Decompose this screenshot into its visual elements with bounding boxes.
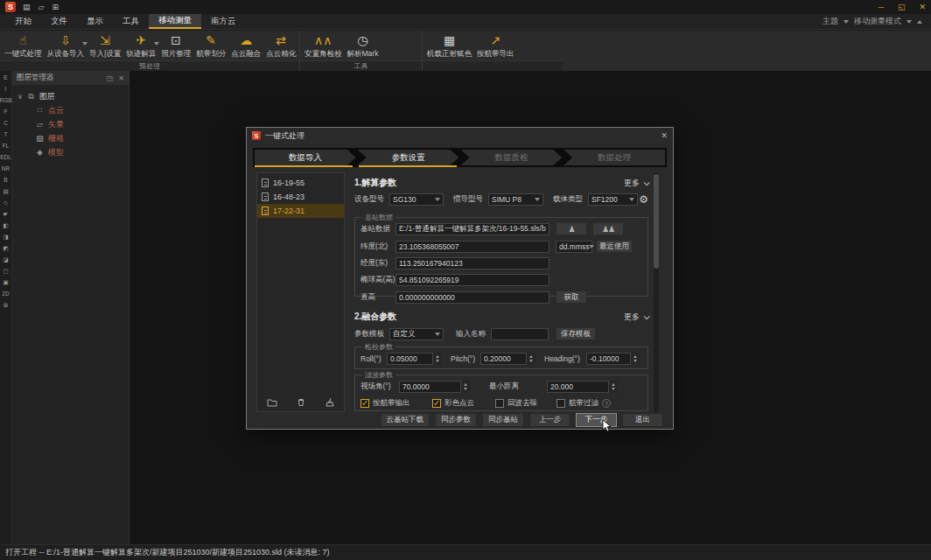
roll-input[interactable] [387,353,432,365]
checkbox-echo-denoise[interactable]: 回波去噪 [495,398,556,409]
pitch-input[interactable] [480,353,526,365]
ribbon-parse-mark[interactable]: ◷ 解析Mark [345,32,382,60]
view-2d-icon[interactable]: 2D [2,290,9,297]
collapse-ribbon-icon[interactable] [917,20,922,24]
side-tool-icon[interactable]: T [4,131,8,137]
ribbon-boresight-calibration[interactable]: ∧∧ 安置角检校 [302,32,345,60]
theme-selector[interactable]: 主题 [822,16,838,27]
fov-stepper[interactable] [399,381,470,393]
ribbon-export-by-strip[interactable]: ↗ 按航带导出 [474,32,517,60]
ribbon-one-click-process[interactable]: ☝ 一键式处理 [2,32,45,60]
ribbon-trajectory-solve[interactable]: ✈ 轨迹解算 [123,32,158,60]
side-tool-icon[interactable]: ◇ [4,200,8,206]
checkbox-icon[interactable] [360,399,369,408]
latitude-input[interactable] [396,241,550,253]
step-data-process[interactable]: 数据处理 [564,150,665,165]
file-list-item[interactable]: 16-19-55 [257,176,344,190]
file-list-item[interactable]: 16-48-23 [257,190,344,204]
step-data-qc[interactable]: 数据质检 [461,150,563,165]
ribbon-pointcloud-fusion[interactable]: ☁ 点云融合 [228,32,263,60]
checkbox-output-by-strip[interactable]: 按航带输出 [360,398,432,409]
min-distance-stepper[interactable] [547,381,618,393]
open-icon[interactable]: ▱ [38,3,45,11]
spinner-icon[interactable] [460,381,470,393]
checkbox-icon[interactable] [495,399,504,408]
expander-icon[interactable]: ∨ [18,93,23,101]
layer-tree-root[interactable]: ∨ ⧉ 图层 [18,89,129,103]
exit-button[interactable]: 退出 [622,413,663,427]
side-tool-icon[interactable]: ▤ [3,188,8,194]
dialog-close-button[interactable]: ✕ [661,131,668,140]
close-panel-icon[interactable]: ✕ [118,74,124,82]
ellipsoid-height-input[interactable] [396,274,550,286]
select-region-icon[interactable]: ▣ [3,279,8,285]
view-cube-icon[interactable]: ◨ [3,234,8,240]
file-list-item[interactable]: 17-22-31 [257,204,344,218]
side-tool-icon[interactable]: F [4,108,8,115]
device-model-select[interactable]: SG130 [389,193,444,206]
menu-south-cloud[interactable]: 南方云 [201,14,246,29]
gear-icon[interactable]: ⚙ [639,193,648,206]
direct-height-input[interactable] [396,291,550,304]
step-data-import[interactable]: 数据导入 [255,150,356,165]
scrollbar-thumb[interactable] [654,174,659,269]
ribbon-import-settings[interactable]: ⇲ 导入|设置 [87,32,123,60]
layer-item-vector[interactable]: ▱ 矢量 [18,117,129,131]
menu-mobile-survey[interactable]: 移动测量 [149,14,201,29]
min-distance-input[interactable] [547,381,608,393]
checkbox-colored-pointcloud[interactable]: 彩色点云 [432,398,495,409]
solve-more-button[interactable]: 更多 [624,178,648,189]
sync-base-button[interactable]: 同步基站 [482,413,524,427]
view-cube-icon[interactable]: ▢ [3,268,8,274]
recently-used-button[interactable]: 最近使用 [596,240,633,253]
side-tool-icon[interactable]: C [4,120,8,126]
get-height-button[interactable]: 获取 [556,290,587,304]
spinner-icon[interactable] [608,381,618,393]
fuse-more-button[interactable]: 更多 [624,312,648,323]
side-tool-icon[interactable]: I [5,86,7,92]
delete-icon[interactable] [296,397,306,408]
spinner-icon[interactable] [432,353,442,365]
new-icon[interactable]: ⊞ [52,3,59,11]
template-name-input[interactable] [491,328,549,340]
param-template-select[interactable]: 自定义 [389,328,444,340]
layer-item-model[interactable]: ◈ 模型 [18,145,129,159]
checkbox-icon[interactable] [432,399,441,408]
cloud-base-download-button[interactable]: 云基站下载 [381,413,430,427]
save-icon[interactable]: ▤ [23,3,31,11]
side-tool-icon[interactable]: NR [2,165,10,172]
layer-item-pointcloud[interactable]: ∷ 点云 [18,103,129,117]
save-template-button[interactable]: 保存模板 [556,327,596,340]
step-parameter-settings[interactable]: 参数设置 [358,150,459,165]
layer-item-raster[interactable]: ▨ 栅格 [18,131,129,145]
base-data-path-input[interactable] [396,223,550,235]
ribbon-photo-organize[interactable]: ⊡ 照片整理 [158,32,193,60]
side-tool-icon[interactable]: EDL [0,154,11,160]
dialog-scrollbar[interactable] [654,172,659,412]
heading-stepper[interactable] [586,353,640,365]
checkbox-strip-filter[interactable]: 航带过滤 ? [556,398,611,409]
help-icon[interactable]: ? [602,399,611,408]
view-cube-icon[interactable]: ◧ [3,222,8,228]
prev-step-button[interactable]: 上一步 [529,413,570,427]
multi-base-button[interactable]: ♟♟ [592,222,624,235]
sync-params-button[interactable]: 同步参数 [435,413,477,427]
heading-input[interactable] [586,353,630,365]
add-view-icon[interactable]: ⊞ [4,302,8,308]
carrier-type-select[interactable]: SF1200 [588,193,638,206]
minimize-button[interactable]: ─ [878,0,884,14]
coord-format-select[interactable]: dd.mmss [556,241,592,253]
side-tool-icon[interactable]: E [4,74,7,80]
dialog-titlebar[interactable]: S 一键式处理 ✕ [247,128,673,144]
fov-input[interactable] [399,381,460,393]
menu-display[interactable]: 显示 [77,14,113,29]
side-tool-icon[interactable]: FL [3,143,10,149]
side-tool-icon[interactable]: RGB [0,97,12,103]
ribbon-import-from-device[interactable]: ⇩ 从设备导入 [45,32,88,60]
roll-stepper[interactable] [387,353,442,365]
clear-all-icon[interactable] [325,397,335,408]
view-cube-icon[interactable]: ◩ [3,245,8,251]
ribbon-strip-division[interactable]: ✎ 航带划分 [193,32,228,60]
mode-selector[interactable]: 移动测量模式 [854,16,901,27]
add-folder-icon[interactable] [267,397,277,408]
